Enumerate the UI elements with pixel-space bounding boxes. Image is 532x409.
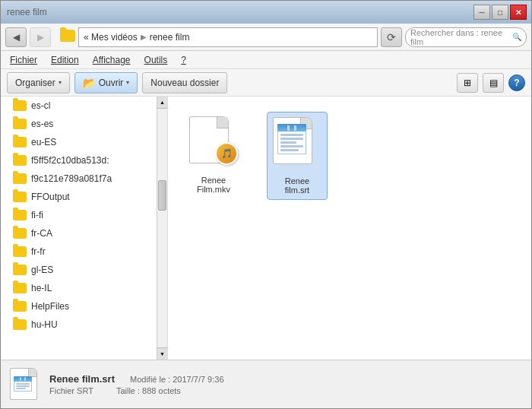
search-placeholder-text: Rechercher dans : renee film (410, 28, 509, 46)
cal-line-3 (280, 141, 296, 144)
menu-bar: Fichier Edition Affichage Outils ? (1, 51, 531, 69)
sidebar-item-fi-fi[interactable]: fi-fi (1, 206, 167, 224)
status-top-row: Renee film.srt Modifié le : 2017/7/7 9:3… (49, 373, 224, 385)
address-path-box[interactable]: « Mes vidéos ▶ renee film (78, 27, 378, 47)
new-folder-button[interactable]: Nouveau dossier (142, 72, 227, 94)
sidebar-item-eu-es[interactable]: eu-ES (1, 133, 167, 151)
srt-page (273, 117, 312, 164)
scroll-track (157, 109, 167, 347)
sidebar-item-es-es[interactable]: es-es (1, 115, 167, 133)
menu-fichier[interactable]: Fichier (4, 53, 43, 67)
folder-icon (13, 265, 27, 275)
cal-pin-left (287, 125, 290, 131)
status-cal-top (14, 376, 32, 382)
sidebar-item-gl-es[interactable]: gl-ES (1, 261, 167, 279)
file-item-mkv[interactable]: 🎵 Renee Film.mkv (183, 112, 244, 198)
sidebar-item-label: eu-ES (31, 137, 56, 147)
search-icon: 🔍 (512, 33, 521, 41)
refresh-button[interactable]: ⟳ (381, 27, 402, 47)
mkv-icon: 🎵 (189, 116, 235, 168)
srt-file-icon (273, 117, 321, 172)
sidebar-item-f5ff[interactable]: f5ff5f2c10dba513d: (1, 151, 167, 170)
scroll-thumb[interactable] (158, 180, 166, 211)
s-cal-l2 (16, 385, 30, 387)
close-button[interactable]: ✕ (510, 5, 527, 20)
toolbar: Organiser ▾ 📂 Ouvrir ▾ Nouveau dossier ⊞… (1, 69, 531, 97)
folder-icon (13, 119, 27, 129)
sidebar-item-es-cl[interactable]: es-cl (1, 97, 167, 115)
sidebar-item-label: fr-CA (31, 228, 52, 239)
back-button[interactable]: ◀ (5, 27, 27, 47)
menu-edition[interactable]: Edition (45, 53, 85, 67)
status-bottom-row: Fichier SRT Taille : 888 octets (49, 386, 224, 395)
file-item-srt[interactable]: Renee film.srt (267, 112, 328, 200)
sidebar-item-he-il[interactable]: he-IL (1, 279, 167, 297)
sidebar-item-helpfiles[interactable]: HelpFiles (1, 297, 167, 315)
srt-calendar (277, 124, 306, 156)
srt-icon-container (273, 117, 318, 169)
organize-button[interactable]: Organiser ▾ (7, 72, 70, 94)
sidebar-item-label: he-IL (31, 283, 52, 293)
folder-icon (13, 100, 27, 111)
sidebar-scrollbar[interactable]: ▲ ▼ (157, 97, 167, 360)
media-note-icon: 🎵 (221, 148, 233, 159)
sidebar-item-fr-fr[interactable]: fr-fr (1, 243, 167, 261)
help-button[interactable]: ? (508, 75, 525, 91)
folder-icon-small (60, 30, 75, 44)
folder-icon (13, 228, 27, 239)
cal-line-5 (280, 149, 299, 151)
status-size: Taille : 888 octets (116, 386, 181, 395)
address-bar: ◀ ▶ « Mes vidéos ▶ renee film ⟳ Recherch… (1, 24, 531, 51)
sidebar: es-cl es-es eu-ES f5ff5f2c10dba513d: f9c… (1, 97, 168, 360)
folder-icon (13, 246, 27, 257)
minimize-button[interactable]: ─ (473, 5, 490, 20)
sidebar-item-f9c1[interactable]: f9c121e789a081f7a (1, 170, 167, 188)
mkv-media-badge: 🎵 (215, 142, 238, 165)
folder-icon (13, 137, 27, 147)
mkv-file-icon: 🎵 (189, 116, 238, 171)
scroll-up-arrow[interactable]: ▲ (157, 97, 167, 109)
scroll-down-arrow[interactable]: ▼ (157, 347, 167, 360)
mkv-file-label: Renee Film.mkv (188, 176, 239, 194)
sidebar-item-fr-ca[interactable]: fr-CA (1, 224, 167, 243)
open-button[interactable]: 📂 Ouvrir ▾ (74, 72, 138, 94)
view-toggle-button[interactable]: ⊞ (457, 73, 478, 93)
cal-line-2 (280, 138, 303, 140)
explorer-window: renee film ─ □ ✕ ◀ ▶ « Mes vidéos ▶ rene… (0, 0, 532, 409)
status-cal-pin-r (24, 377, 26, 381)
sidebar-item-label: fi-fi (31, 210, 43, 220)
status-filename: Renee film.srt (49, 373, 115, 385)
s-cal-l1 (16, 383, 30, 385)
forward-button[interactable]: ▶ (30, 27, 51, 47)
maximize-button[interactable]: □ (492, 5, 508, 20)
main-panel: 🎵 Renee Film.mkv (168, 97, 531, 360)
open-dropdown-arrow: ▾ (126, 79, 129, 86)
sidebar-item-label: es-cl (31, 100, 50, 111)
sidebar-item-ffoutput[interactable]: FFOutput (1, 188, 167, 206)
sidebar-item-label: hu-HU (31, 319, 58, 330)
folder-icon (13, 301, 27, 312)
folder-icon (13, 173, 27, 184)
folder-icon (13, 319, 27, 330)
title-bar-text: renee film (7, 7, 47, 17)
calendar-body (277, 132, 306, 154)
folder-icon (13, 210, 27, 220)
folder-icon (13, 283, 27, 293)
open-label: Ouvrir (99, 78, 124, 88)
sidebar-item-label: es-es (31, 119, 53, 129)
organize-label: Organiser (15, 78, 55, 88)
sidebar-item-hu-hu[interactable]: hu-HU (1, 315, 167, 334)
status-page (10, 368, 37, 400)
path-separator: ▶ (141, 33, 147, 41)
menu-outils[interactable]: Outils (138, 53, 174, 67)
sidebar-item-label: fr-fr (31, 246, 46, 257)
new-folder-label: Nouveau dossier (150, 78, 219, 88)
status-cal (14, 376, 32, 395)
menu-affichage[interactable]: Affichage (87, 53, 137, 67)
sidebar-item-label: HelpFiles (31, 301, 69, 312)
status-file-icon (10, 368, 40, 401)
menu-help[interactable]: ? (175, 53, 192, 67)
view-list-button[interactable]: ▤ (483, 73, 504, 93)
organize-dropdown-arrow: ▾ (59, 79, 62, 86)
search-box[interactable]: Rechercher dans : renee film 🔍 (405, 27, 527, 47)
